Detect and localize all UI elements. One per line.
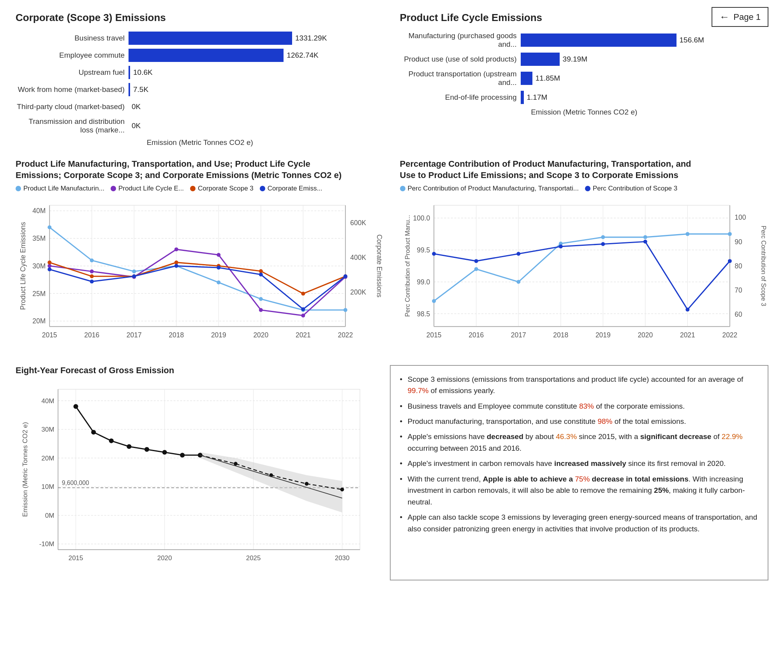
legend-label: Product Life Cycle E... <box>118 185 184 192</box>
svg-text:2022: 2022 <box>338 331 353 339</box>
right-line-title: Percentage Contribution of Product Manuf… <box>400 159 769 181</box>
svg-point-38 <box>259 297 263 301</box>
svg-point-153 <box>234 462 238 466</box>
svg-point-54 <box>259 269 263 273</box>
svg-text:2016: 2016 <box>84 331 99 339</box>
svg-point-110 <box>516 252 520 256</box>
bar-value: 0K <box>132 122 141 130</box>
svg-text:80: 80 <box>735 262 742 270</box>
svg-point-105 <box>643 235 647 239</box>
svg-text:20M: 20M <box>41 455 54 462</box>
corporate-bar-chart: Business travel1331.29KEmployee commute1… <box>16 32 384 134</box>
note-item: Apple's investment in carbon removals ha… <box>400 458 759 469</box>
svg-point-44 <box>174 247 178 251</box>
bar-row: End-of-life processing1.17M <box>400 91 769 104</box>
svg-point-114 <box>685 308 689 312</box>
svg-text:30M: 30M <box>41 426 54 434</box>
svg-point-147 <box>127 444 131 449</box>
bar-label: Product transportation (upstream and... <box>400 70 521 87</box>
svg-point-155 <box>305 482 309 486</box>
product-x-axis: Emission (Metric Tonnes CO2 e) <box>400 108 769 116</box>
svg-point-64 <box>344 274 347 278</box>
bar-row: Third-party cloud (market-based)0K <box>16 100 384 113</box>
forecast-svg: -10M0M10M20M30M40M20152020202520309,600,… <box>16 380 374 578</box>
svg-point-34 <box>90 259 94 263</box>
svg-text:60: 60 <box>735 311 742 319</box>
svg-point-63 <box>301 307 305 311</box>
svg-rect-67 <box>434 205 730 326</box>
page-button[interactable]: ← Page 1 <box>712 7 768 27</box>
svg-text:10M: 10M <box>41 483 54 491</box>
svg-text:2019: 2019 <box>211 331 226 339</box>
svg-point-112 <box>601 242 605 246</box>
bar-row: Upstream fuel10.6K <box>16 66 384 79</box>
legend-item: Perc Contribution of Scope 3 <box>585 185 677 192</box>
svg-text:35M: 35M <box>32 235 46 242</box>
corporate-x-axis: Emission (Metric Tonnes CO2 e) <box>16 138 384 147</box>
bar <box>521 72 532 85</box>
svg-point-57 <box>48 268 51 272</box>
svg-point-149 <box>162 450 167 455</box>
svg-point-113 <box>643 240 647 244</box>
svg-text:40M: 40M <box>41 397 54 405</box>
bar-label: Third-party cloud (market-based) <box>16 102 129 111</box>
svg-point-35 <box>132 270 136 273</box>
legend-label: Corporate Emiss... <box>268 185 322 192</box>
bar-label: Manufacturing (purchased goods and... <box>400 32 521 49</box>
page: ← Page 1 Corporate (Scope 3) Emissions B… <box>0 0 784 672</box>
bar-row: Employee commute1262.74K <box>16 49 384 62</box>
svg-point-101 <box>474 267 478 271</box>
svg-point-49 <box>48 261 51 265</box>
bar-label: Business travel <box>16 34 129 42</box>
notes-list: Scope 3 emissions (emissions from transp… <box>400 374 759 534</box>
legend-dot <box>111 186 116 191</box>
svg-text:2030: 2030 <box>335 554 350 562</box>
svg-point-52 <box>174 261 178 265</box>
svg-text:2020: 2020 <box>253 331 268 339</box>
svg-point-150 <box>180 453 185 458</box>
svg-text:30M: 30M <box>32 262 46 270</box>
legend-dot <box>260 186 265 191</box>
svg-text:9,600,000: 9,600,000 <box>62 480 89 486</box>
svg-point-60 <box>174 264 178 268</box>
svg-point-45 <box>217 253 220 257</box>
svg-text:2020: 2020 <box>157 554 172 562</box>
legend-label: Perc Contribution of Product Manufacturi… <box>408 185 579 192</box>
svg-point-33 <box>48 226 51 229</box>
svg-point-40 <box>344 308 347 312</box>
legend-item: Corporate Scope 3 <box>190 185 254 192</box>
svg-text:98.5: 98.5 <box>417 310 430 318</box>
bar <box>129 66 130 79</box>
bar-value: 1262.74K <box>287 51 318 60</box>
svg-point-61 <box>217 266 220 270</box>
svg-text:2015: 2015 <box>42 331 57 339</box>
svg-rect-118 <box>58 390 360 550</box>
legend-dot <box>400 186 405 191</box>
bar <box>521 34 677 47</box>
svg-point-111 <box>558 245 562 249</box>
svg-point-41 <box>48 264 51 268</box>
svg-text:99.5: 99.5 <box>417 246 430 254</box>
mid-row: Product Life Manufacturing, Transportati… <box>16 159 768 353</box>
bar-value: 1331.29K <box>295 34 327 42</box>
bar <box>521 53 560 66</box>
svg-text:600K: 600K <box>350 219 366 227</box>
svg-point-115 <box>728 259 731 263</box>
left-line-svg: 20M25M30M35M40M2015201620172018201920202… <box>16 196 384 351</box>
page-label: Page 1 <box>733 12 761 22</box>
legend-dot <box>190 186 196 191</box>
svg-text:2016: 2016 <box>469 331 484 339</box>
legend-label: Perc Contribution of Scope 3 <box>593 185 677 192</box>
svg-text:70: 70 <box>735 286 742 294</box>
svg-text:100: 100 <box>735 213 746 221</box>
svg-point-102 <box>516 280 520 284</box>
bar-label: Transmission and distribution loss (mark… <box>16 117 129 134</box>
svg-text:2022: 2022 <box>722 331 737 339</box>
svg-text:400K: 400K <box>350 254 366 261</box>
svg-point-106 <box>685 232 689 236</box>
bar-value: 39.19M <box>563 55 587 63</box>
legend-dot <box>585 186 590 191</box>
notes-panel: Scope 3 emissions (emissions from transp… <box>390 365 769 580</box>
note-item: With the current trend, Apple is able to… <box>400 473 759 508</box>
bar <box>129 49 284 62</box>
